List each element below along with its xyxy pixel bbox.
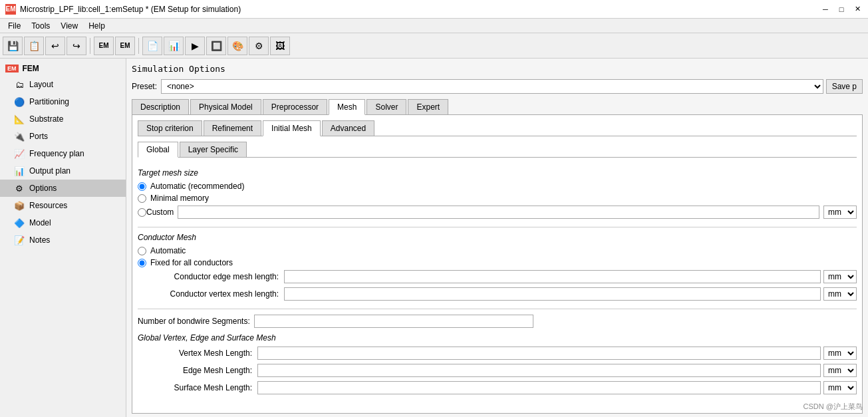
edge-mesh-unit[interactable]: mm: [823, 364, 857, 377]
tab-layer-specific[interactable]: Layer Specific: [180, 142, 247, 157]
conductor-vertex-label: Conductor vertex mesh length:: [138, 289, 284, 299]
tab-refinement[interactable]: Refinement: [204, 120, 261, 136]
play-tool-btn[interactable]: ▶: [185, 37, 205, 55]
custom-unit-select[interactable]: mm: [823, 206, 857, 219]
radio-conductor-fixed-label: Fixed for all conductors: [150, 258, 233, 267]
toolbar-sep-1: [90, 38, 90, 54]
close-button[interactable]: ✕: [852, 4, 863, 15]
radio-conductor-fixed: Fixed for all conductors: [138, 258, 857, 267]
divider-2: [138, 309, 857, 309]
outer-tabs: Description Physical Model Preprocessor …: [132, 99, 863, 115]
layout-icon: 🗂: [13, 78, 25, 90]
partitioning-icon: 🔵: [13, 96, 25, 108]
radio-conductor-auto-input[interactable]: [138, 247, 146, 255]
title-bar: EM Microstrip_LPF_lib:cell_1:emSetup * (…: [0, 0, 868, 19]
chart-tool-btn[interactable]: 📊: [164, 37, 184, 55]
conductor-vertex-unit[interactable]: mm: [823, 287, 857, 301]
menu-bar: File Tools View Help: [0, 19, 868, 33]
tab-mesh[interactable]: Mesh: [329, 99, 365, 115]
sidebar-item-model[interactable]: 🔷 Model: [0, 214, 126, 231]
doc-tool-btn[interactable]: 📄: [142, 37, 162, 55]
maximize-button[interactable]: □: [836, 4, 847, 15]
radio-conductor-fixed-input[interactable]: [138, 259, 146, 267]
conductor-edge-input[interactable]: 0: [284, 270, 821, 283]
radio-minimal-label: Minimal memory: [150, 194, 209, 203]
rect-tool-btn[interactable]: 🔲: [206, 37, 226, 55]
resources-icon: 📦: [13, 200, 25, 211]
content-area: Simulation Options Preset: <none> Save p…: [126, 59, 868, 417]
tab-initial-mesh[interactable]: Initial Mesh: [263, 120, 321, 136]
vertex-mesh-unit[interactable]: mm: [823, 347, 857, 360]
sidebar-title: FEM: [23, 64, 39, 73]
redo-tool-btn[interactable]: ↪: [67, 37, 86, 55]
sidebar-label-notes: Notes: [29, 235, 50, 245]
color-tool-btn[interactable]: 🎨: [227, 37, 247, 55]
divider-1: [138, 227, 857, 227]
sidebar-label-layout: Layout: [29, 80, 53, 89]
vertex-mesh-label: Vertex Mesh Length:: [138, 348, 257, 358]
sidebar-item-layout[interactable]: 🗂 Layout: [0, 76, 126, 93]
conductor-edge-unit[interactable]: mm: [823, 270, 857, 283]
surface-mesh-label: Surface Mesh Length:: [138, 383, 257, 392]
sidebar-item-options[interactable]: ⚙ Options: [0, 180, 126, 197]
global-mesh-section: Global Vertex, Edge and Surface Mesh Ver…: [138, 333, 857, 394]
sidebar-label-ports: Ports: [29, 132, 48, 141]
sidebar-item-frequency-plan[interactable]: 📈 Frequency plan: [0, 145, 126, 162]
surface-mesh-unit[interactable]: mm: [823, 381, 857, 394]
global-tabs: Global Layer Specific: [138, 142, 857, 158]
toolbar: 💾 📋 ↩ ↪ EM EM 📄 📊 ▶ 🔲 🎨 ⚙ 🖼: [0, 33, 868, 59]
menu-file[interactable]: File: [3, 20, 26, 32]
tab-expert[interactable]: Expert: [408, 99, 448, 114]
minimize-button[interactable]: ─: [820, 4, 831, 15]
edge-mesh-input[interactable]: 0: [257, 364, 821, 377]
sidebar-label-output: Output plan: [29, 166, 71, 176]
sidebar-item-notes[interactable]: 📝 Notes: [0, 231, 126, 249]
conductor-mesh-title: Conductor Mesh: [138, 233, 857, 242]
menu-help[interactable]: Help: [83, 20, 110, 32]
ports-icon: 🔌: [13, 130, 25, 142]
em2-tool-btn[interactable]: EM: [115, 37, 135, 55]
radio-minimal-input[interactable]: [138, 194, 146, 203]
preset-select[interactable]: <none>: [161, 79, 823, 94]
tab-preprocessor[interactable]: Preprocessor: [263, 99, 327, 114]
conductor-mesh-section: Conductor Mesh Automatic Fixed for all c…: [138, 233, 857, 301]
vertex-mesh-input[interactable]: 0: [257, 347, 821, 360]
tab-advanced[interactable]: Advanced: [322, 120, 374, 136]
section-title: Simulation Options: [132, 64, 863, 74]
conductor-vertex-input[interactable]: 0: [284, 287, 821, 301]
save-tool-btn[interactable]: 💾: [3, 37, 23, 55]
gear-tool-btn[interactable]: ⚙: [249, 37, 269, 55]
menu-view[interactable]: View: [55, 20, 83, 32]
copy-tool-btn[interactable]: 📋: [24, 37, 44, 55]
edge-mesh-row: Edge Mesh Length: 0 mm: [138, 364, 857, 377]
sidebar-item-ports[interactable]: 🔌 Ports: [0, 128, 126, 145]
preset-label: Preset:: [132, 82, 157, 91]
tab-physical-model[interactable]: Physical Model: [190, 99, 261, 114]
radio-automatic-label: Automatic (recommended): [150, 182, 244, 191]
sidebar-item-substrate[interactable]: 📐 Substrate: [0, 110, 126, 128]
radio-custom-input[interactable]: [138, 208, 146, 217]
outer-tab-content: Stop criterion Refinement Initial Mesh A…: [132, 115, 863, 414]
tab-solver[interactable]: Solver: [366, 99, 406, 114]
menu-tools[interactable]: Tools: [26, 20, 55, 32]
app-icon: EM: [5, 4, 16, 15]
sidebar-label-frequency: Frequency plan: [29, 149, 84, 158]
sidebar-item-resources[interactable]: 📦 Resources: [0, 197, 126, 214]
sidebar-item-output-plan[interactable]: 📊 Output plan: [0, 162, 126, 180]
surface-mesh-input[interactable]: 0: [257, 381, 821, 394]
preset-save-button[interactable]: Save p: [826, 79, 863, 94]
em1-tool-btn[interactable]: EM: [94, 37, 114, 55]
sidebar-item-partitioning[interactable]: 🔵 Partitioning: [0, 93, 126, 110]
window-controls[interactable]: ─ □ ✕: [820, 4, 863, 15]
tab-global[interactable]: Global: [138, 142, 178, 158]
watermark: CSDN @沪上菜鸟: [803, 402, 863, 412]
bondwire-input[interactable]: 4: [254, 315, 533, 328]
undo-tool-btn[interactable]: ↩: [45, 37, 65, 55]
radio-automatic: Automatic (recommended): [138, 182, 857, 191]
radio-automatic-input[interactable]: [138, 182, 146, 191]
tab-description[interactable]: Description: [132, 99, 189, 114]
tab-stop-criterion[interactable]: Stop criterion: [138, 120, 202, 136]
image-tool-btn[interactable]: 🖼: [270, 37, 290, 55]
inner-tabs: Stop criterion Refinement Initial Mesh A…: [138, 120, 857, 136]
custom-value-input[interactable]: 100: [178, 206, 819, 219]
